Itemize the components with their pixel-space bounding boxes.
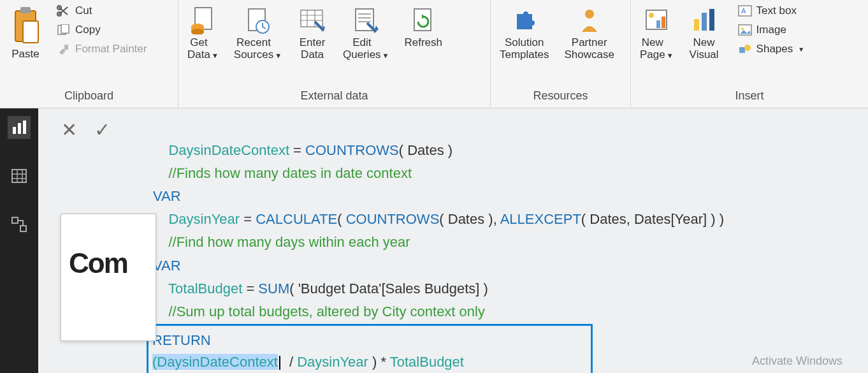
svg-rect-33 [23, 121, 26, 134]
ribbon-group-label: Resources [497, 87, 624, 105]
recent-sources-button[interactable]: Recent Sources▼ [231, 4, 284, 62]
svg-rect-2 [23, 21, 38, 43]
copy-label: Copy [75, 24, 101, 36]
code-comment: //Sum up total budgets, altered by City … [168, 304, 485, 319]
enter-data-label: Enter Data [300, 37, 326, 61]
copy-button[interactable]: Copy [55, 23, 148, 37]
svg-point-28 [741, 27, 744, 30]
code-comment: //Find how many days within each year [168, 234, 410, 250]
code-token: ALLEXCEPT [500, 211, 581, 227]
text-box-button[interactable]: A Text box [736, 4, 806, 18]
scissors-icon [56, 4, 71, 17]
svg-rect-24 [709, 9, 714, 31]
ribbon-group-resources: Solution Templates Partner Showcase Reso… [491, 0, 631, 108]
shapes-icon [737, 43, 753, 55]
paste-button[interactable]: Paste [6, 4, 45, 62]
chevron-down-icon: ▼ [212, 52, 219, 59]
code-token: = [240, 211, 256, 227]
image-label: Image [756, 24, 786, 36]
recent-sources-icon [242, 5, 273, 36]
code-token: TotalBudget [168, 281, 242, 296]
code-token: ) * [368, 354, 390, 370]
new-page-icon [641, 5, 672, 36]
ribbon-group-label: Clipboard [6, 87, 171, 105]
edit-queries-button[interactable]: Edit Queries▼ [340, 4, 391, 62]
svg-rect-1 [20, 7, 31, 13]
refresh-label: Refresh [405, 37, 443, 49]
chevron-down-icon: ▼ [382, 52, 389, 59]
ribbon-group-label: Insert [637, 87, 862, 105]
image-button[interactable]: Image [736, 23, 806, 37]
svg-rect-34 [12, 170, 26, 182]
text-cursor [279, 356, 280, 370]
svg-rect-36 [20, 226, 26, 231]
svg-point-30 [744, 45, 751, 51]
solution-templates-label: Solution Templates [500, 37, 549, 61]
format-painter-button[interactable]: Format Painter [55, 42, 148, 56]
code-token: COUNTROWS [305, 142, 399, 158]
text-box-icon: A [737, 4, 753, 17]
code-keyword: VAR [153, 188, 181, 204]
get-data-button[interactable]: Get Data▼ [185, 4, 221, 62]
ribbon-group-external-data: Get Data▼ Recent Sources▼ Enter Data Edi… [178, 0, 491, 108]
partner-showcase-button[interactable]: Partner Showcase [561, 4, 616, 62]
svg-rect-20 [656, 20, 660, 28]
code-token: DaysinYear [297, 354, 368, 370]
edit-queries-label: Edit Queries [343, 37, 381, 61]
code-token: DaysinYear [168, 211, 240, 227]
solution-templates-button[interactable]: Solution Templates [497, 4, 551, 62]
svg-rect-22 [694, 19, 699, 31]
paste-label: Paste [11, 48, 39, 61]
formula-commit-button[interactable]: ✓ [90, 118, 113, 141]
refresh-icon [408, 5, 438, 36]
svg-rect-35 [12, 217, 18, 223]
svg-rect-6 [61, 24, 69, 33]
refresh-button[interactable]: Refresh [402, 4, 445, 50]
chart-icon [689, 5, 720, 36]
recent-sources-label: Recent Sources [234, 37, 273, 61]
nav-model-view[interactable] [8, 213, 31, 236]
activate-windows-watermark: Activate Windows [752, 355, 843, 368]
enter-data-icon [297, 5, 328, 36]
code-token: SUM [258, 281, 289, 296]
enter-data-button[interactable]: Enter Data [294, 4, 330, 62]
shapes-label: Shapes [756, 43, 793, 55]
svg-text:A: A [741, 7, 746, 15]
code-token: TotalBudget [390, 354, 464, 370]
new-page-button[interactable]: New Page▼ [637, 4, 676, 62]
shapes-button[interactable]: Shapes ▼ [736, 42, 806, 56]
code-token: ( Dates ) [399, 142, 452, 158]
chevron-down-icon: ▼ [275, 52, 282, 59]
new-visual-button[interactable]: New Visual [686, 4, 722, 62]
svg-point-17 [585, 10, 594, 18]
chevron-down-icon: ▼ [798, 46, 804, 53]
page-title-text: Com [61, 214, 156, 279]
code-token: COUNTROWS [346, 211, 440, 227]
format-painter-label: Format Painter [75, 43, 147, 55]
code-token: ( Dates ), [439, 211, 500, 227]
svg-rect-32 [18, 123, 21, 134]
partner-showcase-label: Partner Showcase [564, 37, 614, 61]
get-data-label: Get Data [187, 37, 210, 61]
nav-report-view[interactable] [8, 116, 31, 139]
formula-editor[interactable]: DaysinDateContext = COUNTROWS( Dates ) /… [153, 118, 849, 367]
code-token: CALCULATE [256, 211, 337, 227]
cut-label: Cut [75, 4, 92, 17]
cut-button[interactable]: Cut [55, 4, 148, 18]
code-token: ( [337, 211, 345, 227]
chevron-down-icon: ▼ [667, 52, 674, 59]
ribbon-group-clipboard: Paste Cut Copy [0, 0, 178, 108]
code-token: DaysinDateContext [157, 354, 278, 370]
code-token: = [242, 281, 258, 296]
highlighted-return-block: RETURN (DaysinDateContext / DaysinYear )… [147, 324, 593, 373]
image-icon [737, 24, 753, 36]
copy-icon [56, 24, 71, 36]
ribbon-group-label: External data [185, 87, 484, 105]
report-canvas: ✕ ✓ DaysinDateContext = COUNTROWS( Dates… [38, 108, 868, 373]
nav-data-view[interactable] [8, 165, 31, 187]
new-visual-label: New Visual [690, 37, 719, 61]
svg-rect-21 [662, 17, 665, 28]
puzzle-icon [509, 5, 540, 36]
formula-cancel-button[interactable]: ✕ [57, 118, 80, 141]
report-page-thumbnail[interactable]: Com [61, 214, 156, 341]
